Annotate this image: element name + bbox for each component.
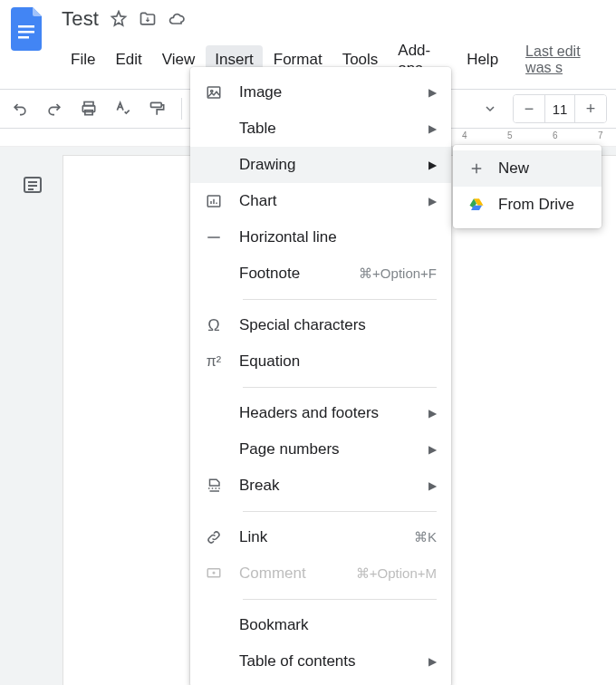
last-edit-link[interactable]: Last edit was s: [525, 43, 607, 76]
menu-label: Drawing: [239, 156, 428, 174]
insert-drawing[interactable]: Drawing ▶: [190, 147, 451, 183]
shortcut-label: ⌘K: [414, 529, 437, 545]
menu-separator: [243, 511, 437, 512]
ruler-mark: 7: [598, 130, 603, 140]
cloud-status-icon[interactable]: [168, 10, 186, 28]
paint-format-icon[interactable]: [147, 98, 168, 120]
insert-chart[interactable]: Chart ▶: [190, 183, 451, 219]
submenu-arrow-icon: ▶: [428, 159, 437, 171]
insert-page-numbers[interactable]: Page numbers ▶: [190, 431, 451, 468]
submenu-arrow-icon: ▶: [428, 443, 437, 456]
style-dropdown[interactable]: [480, 104, 500, 113]
horizontal-line-icon: [205, 228, 223, 246]
blank-icon: [205, 616, 223, 634]
menu-label: Link: [239, 528, 414, 546]
pi-icon: π²: [205, 352, 223, 371]
link-icon: [205, 528, 223, 546]
menu-label: Footnote: [239, 265, 359, 283]
star-icon[interactable]: [110, 10, 128, 28]
blank-icon: [205, 404, 223, 422]
insert-table[interactable]: Table ▶: [190, 111, 451, 147]
omega-icon: Ω: [205, 316, 223, 334]
spellcheck-icon[interactable]: [112, 98, 134, 120]
drive-icon: [467, 196, 486, 214]
menu-help[interactable]: Help: [457, 45, 507, 74]
menu-label: Chart: [239, 192, 428, 210]
drawing-from-drive[interactable]: From Drive: [453, 187, 602, 223]
submenu-arrow-icon: ▶: [428, 655, 437, 668]
svg-point-12: [211, 90, 213, 92]
insert-link[interactable]: Link ⌘K: [190, 519, 451, 555]
svg-rect-18: [207, 569, 220, 577]
menu-label: New: [498, 159, 529, 178]
ruler-mark: 6: [553, 130, 558, 140]
comment-icon: [205, 564, 223, 583]
plus-icon: [467, 159, 486, 178]
insert-special-characters[interactable]: Ω Special characters: [190, 307, 451, 343]
svg-rect-0: [18, 25, 34, 28]
submenu-arrow-icon: ▶: [428, 407, 437, 420]
svg-rect-6: [151, 102, 162, 107]
insert-comment: Comment ⌘+Option+M: [190, 555, 451, 592]
blank-icon: [205, 265, 223, 283]
insert-headers-footers[interactable]: Headers and footers ▶: [190, 395, 451, 431]
svg-rect-1: [18, 31, 34, 34]
menu-label: Break: [239, 477, 428, 495]
font-size-decrease[interactable]: −: [514, 95, 544, 122]
menu-file[interactable]: File: [62, 45, 104, 74]
menu-label: From Drive: [498, 196, 574, 214]
blank-icon: [205, 652, 223, 671]
submenu-arrow-icon: ▶: [428, 86, 437, 99]
blank-icon: [205, 156, 223, 174]
blank-icon: [205, 440, 223, 458]
font-size-control: − 11 +: [513, 94, 607, 123]
image-icon: [205, 83, 223, 101]
insert-table-of-contents[interactable]: Table of contents ▶: [190, 643, 451, 680]
menu-label: Page numbers: [239, 440, 428, 458]
blank-icon: [205, 120, 223, 138]
page-break-icon: [205, 477, 223, 495]
menu-separator: [243, 299, 437, 300]
shortcut-label: ⌘+Option+M: [356, 565, 437, 582]
submenu-arrow-icon: ▶: [428, 195, 437, 207]
submenu-arrow-icon: ▶: [428, 479, 437, 492]
chart-icon: [205, 192, 223, 210]
menu-label: Horizontal line: [239, 228, 437, 246]
move-folder-icon[interactable]: [139, 10, 157, 28]
menu-label: Bookmark: [239, 616, 437, 634]
menu-label: Equation: [239, 352, 437, 371]
menu-edit[interactable]: Edit: [106, 45, 150, 74]
insert-break[interactable]: Break ▶: [190, 468, 451, 504]
ruler-mark: 5: [507, 130, 513, 140]
insert-dropdown: Image ▶ Table ▶ Drawing ▶ Chart ▶ Horizo…: [190, 67, 451, 685]
insert-footnote[interactable]: Footnote ⌘+Option+F: [190, 256, 451, 292]
menu-label: Headers and footers: [239, 404, 428, 422]
menu-label: Special characters: [239, 316, 437, 334]
outline-toggle-icon[interactable]: [22, 174, 47, 199]
shortcut-label: ⌘+Option+F: [359, 265, 437, 282]
menu-separator: [243, 599, 437, 600]
menu-label: Table: [239, 120, 428, 138]
menu-label: Image: [239, 83, 428, 101]
font-size-value[interactable]: 11: [544, 95, 575, 122]
ruler-mark: 4: [462, 130, 467, 140]
docs-logo-icon[interactable]: [9, 7, 45, 51]
undo-icon[interactable]: [9, 98, 31, 120]
insert-horizontal-line[interactable]: Horizontal line: [190, 219, 451, 256]
menu-label: Table of contents: [239, 652, 428, 671]
insert-image[interactable]: Image ▶: [190, 74, 451, 111]
drawing-submenu: New From Drive: [453, 145, 602, 228]
toolbar-separator: [181, 98, 182, 120]
font-size-increase[interactable]: +: [575, 95, 606, 122]
insert-equation[interactable]: π² Equation: [190, 343, 451, 380]
insert-bookmark[interactable]: Bookmark: [190, 607, 451, 643]
print-icon[interactable]: [78, 98, 100, 120]
menu-label: Comment: [239, 564, 356, 583]
submenu-arrow-icon: ▶: [428, 122, 437, 135]
redo-icon[interactable]: [43, 98, 65, 120]
menu-separator: [243, 387, 437, 388]
drawing-new[interactable]: New: [453, 150, 602, 187]
svg-rect-2: [18, 36, 29, 39]
document-title[interactable]: Test: [62, 7, 99, 31]
